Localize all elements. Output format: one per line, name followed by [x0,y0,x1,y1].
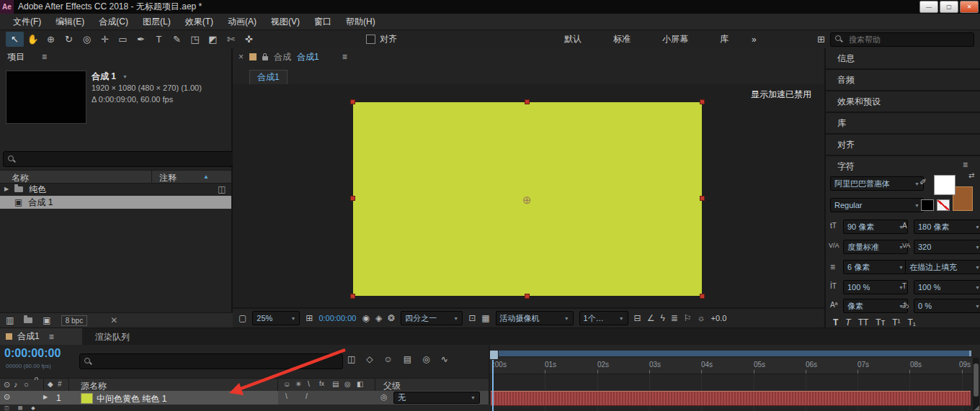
project-row-solids[interactable]: ▶ 纯色 ◫ [0,183,231,196]
roto-brush-tool-icon[interactable]: ✄ [222,32,240,47]
help-search-box[interactable] [830,32,974,47]
trash-icon[interactable]: ✕ [110,316,117,325]
pan-behind-tool-icon[interactable]: ✛ [96,32,114,47]
project-item-name[interactable]: 合成 1 [92,71,116,83]
preview-quality-icon[interactable]: ▢ [239,314,246,322]
menu-effect[interactable]: 效果(T) [178,16,220,28]
transform-handle[interactable] [700,196,705,201]
snap-checkbox[interactable] [366,35,375,44]
shape-tool-icon[interactable]: ▭ [114,32,132,47]
transparency-grid-icon[interactable]: ▦ [481,314,489,322]
menu-layer[interactable]: 图层(L) [135,16,178,28]
label-column-icon[interactable]: ◆ [48,381,53,388]
layer-name[interactable]: 中间色黄色 纯色 1 [97,393,166,405]
camera-view-dropdown[interactable]: 活动摄像机▼ [496,311,574,325]
panel-effects-presets[interactable]: 效果和预设 [826,91,980,112]
solo-column-icon[interactable]: ○ [24,381,29,389]
workspace-tab-libraries[interactable]: 库 [704,33,744,45]
time-ruler[interactable]: :00s 01s 02s 03s 04s 05s 06s 07s 08s 09s [490,358,973,374]
transform-handle[interactable] [350,294,355,299]
channels-icon[interactable]: ❂ [388,314,395,322]
menu-edit[interactable]: 编辑(E) [48,16,92,28]
baseline-shift-dropdown[interactable]: 像素▼ [843,299,908,313]
stroke-color-swatch[interactable] [953,186,973,211]
resolution-dropdown[interactable]: 四分之一▼ [401,311,463,325]
layer-color-swatch[interactable] [81,393,93,404]
transform-handle[interactable] [525,294,530,299]
font-size-dropdown[interactable]: 90 像素▼ [843,220,908,234]
project-row-comp-selected[interactable]: ▣ 合成 1 [0,196,231,209]
lock-icon[interactable] [262,56,268,60]
magnification-dropdown[interactable]: 25%▼ [252,311,300,325]
no-color-icon[interactable] [937,199,950,211]
transform-handle[interactable] [700,99,705,104]
panel-menu-icon[interactable]: ≡ [49,333,54,341]
font-style-dropdown[interactable]: Regular▼ [830,198,924,212]
eraser-tool-icon[interactable]: ◩ [204,32,222,47]
rotation-tool-icon[interactable]: ↻ [60,32,78,47]
timeline-tab-render-queue[interactable]: 渲染队列 [95,331,130,343]
pen-tool-icon[interactable]: ✒ [132,32,150,47]
transform-handle[interactable] [350,99,355,104]
puppet-pin-tool-icon[interactable]: ✜ [240,32,258,47]
hide-shy-layers-icon[interactable]: ☺ [384,355,393,363]
menu-window[interactable]: 窗口 [307,16,339,28]
transform-handle[interactable] [700,294,705,299]
menu-file[interactable]: 文件(F) [6,16,48,28]
panel-libraries[interactable]: 库 [826,113,980,133]
horizontal-scale-dropdown[interactable]: 100 %▼ [914,280,980,294]
zoom-tool-icon[interactable]: ⊕ [42,32,60,47]
timeline-search-box[interactable] [79,353,343,369]
project-row-label[interactable]: 纯色 [29,184,46,196]
flowchart-icon[interactable]: ⚐ [684,314,692,322]
expand-layer-switches-icon[interactable]: ◫ [4,405,9,410]
motion-blur-switch-icon[interactable]: ◎ [344,381,351,388]
graph-editor-icon[interactable]: ∿ [441,355,448,363]
menu-composition[interactable]: 合成(C) [92,16,135,28]
new-composition-icon[interactable]: ▣ [43,316,50,325]
panel-align[interactable]: 对齐 [826,135,980,155]
reset-exposure-icon[interactable]: ☼ [698,314,705,322]
frame-blend-switch-icon[interactable]: ▤ [332,381,339,388]
layer-visibility-eye-icon[interactable]: ⊙ [4,393,10,401]
chevron-down-icon[interactable]: ▼ [122,74,128,79]
panel-menu-icon[interactable]: ≡ [42,53,47,61]
interpret-footage-icon[interactable]: ▥ [6,316,14,325]
timeline-button-icon[interactable]: ≣ [671,314,678,322]
layer-expander-icon[interactable]: ▶ [43,394,48,400]
tracking-dropdown[interactable]: 320▼ [914,240,980,254]
current-time-indicator[interactable] [492,358,494,411]
audio-column-icon[interactable]: ♪ [14,381,18,389]
motion-blur-icon[interactable]: ◎ [422,355,429,363]
minimize-button[interactable]: — [919,1,938,13]
expand-inout-icon[interactable]: ◆ [31,405,35,410]
grid-options-icon[interactable]: ⊞ [306,314,313,322]
resize-grip-icon[interactable]: ◢ [974,404,979,411]
new-folder-icon[interactable] [24,317,32,323]
collapse-switch-icon[interactable]: ✳ [295,381,301,388]
effects-switch-icon[interactable]: fx [319,381,324,387]
panel-menu-icon[interactable]: ≡ [342,53,347,61]
snapshot-icon[interactable]: ◉ [362,314,369,322]
selection-tool-icon[interactable]: ↖ [6,32,24,47]
workspace-switcher-icon[interactable]: ⊞ [812,32,830,47]
expander-icon[interactable]: ▶ [4,186,9,192]
pixel-aspect-icon[interactable]: ∠ [647,314,655,322]
swap-fill-stroke-icon[interactable]: ⇄ [968,172,974,179]
close-button[interactable]: ✕ [960,1,979,13]
workspace-tab-standard[interactable]: 标准 [597,33,646,45]
roi-icon[interactable]: ⊡ [468,314,476,322]
panel-menu-icon[interactable]: ≡ [963,161,968,169]
comp-panel-tab[interactable]: 合成1 [297,51,319,63]
parent-dropdown[interactable]: 无▼ [393,392,480,404]
scrollbar-thumb[interactable] [974,363,979,397]
camera-tool-icon[interactable]: ◎ [78,32,96,47]
vertical-scrollbar[interactable] [973,358,979,410]
anchor-point-icon[interactable]: ⊕ [522,194,532,207]
work-area-bar[interactable] [491,351,971,356]
shy-switch-icon[interactable]: ☺ [283,381,290,388]
frame-blend-icon[interactable]: ▤ [404,355,411,363]
workspace-tab-small-screen[interactable]: 小屏幕 [646,33,704,45]
show-snapshot-icon[interactable]: ◈ [375,314,382,322]
video-column-icon[interactable]: ⊙ [4,381,10,389]
